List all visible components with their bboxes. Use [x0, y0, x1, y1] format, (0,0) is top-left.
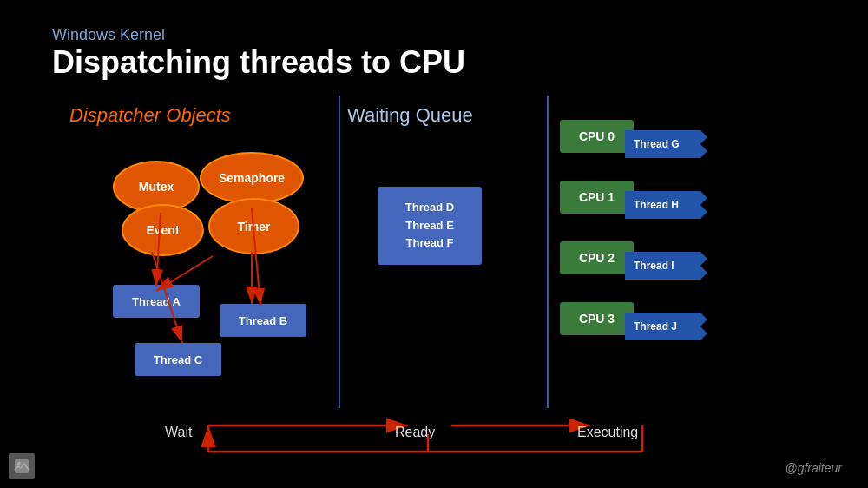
waiting-queue-box: Thread D Thread E Thread F	[378, 187, 482, 265]
thread-box-b: Thread B	[220, 304, 306, 337]
thread-box-c: Thread C	[135, 343, 221, 376]
subtitle: Windows Kernel	[52, 26, 465, 44]
cpu-box-2: CPU 2	[560, 241, 634, 274]
divider-2	[547, 96, 549, 408]
ellipse-timer: Timer	[208, 198, 299, 254]
main-title: Dispatching threads to CPU	[52, 44, 465, 81]
thread-box-a: Thread A	[113, 285, 200, 318]
divider-1	[339, 96, 340, 408]
bottom-icon	[9, 453, 35, 479]
ready-label: Ready	[395, 425, 435, 440]
dispatcher-label: Dispatcher Objects	[69, 104, 231, 127]
thread-wave-g: Thread G	[625, 130, 707, 158]
thread-wave-i: Thread I	[625, 252, 707, 280]
svg-point-14	[17, 462, 21, 465]
ellipse-event: Event	[122, 204, 204, 256]
cpu-box-1: CPU 1	[560, 181, 634, 214]
wait-label: Wait	[165, 425, 192, 440]
title-area: Windows Kernel Dispatching threads to CP…	[52, 26, 465, 81]
cpu-box-0: CPU 0	[560, 120, 634, 153]
ellipse-semaphore: Semaphore	[200, 152, 304, 204]
watermark: @gfraiteur	[785, 461, 842, 475]
thread-wave-h: Thread H	[625, 191, 707, 219]
executing-label: Executing	[577, 425, 638, 440]
thread-wave-j: Thread J	[625, 313, 707, 340]
cpu-box-3: CPU 3	[560, 302, 634, 335]
waiting-label: Waiting Queue	[347, 104, 473, 127]
